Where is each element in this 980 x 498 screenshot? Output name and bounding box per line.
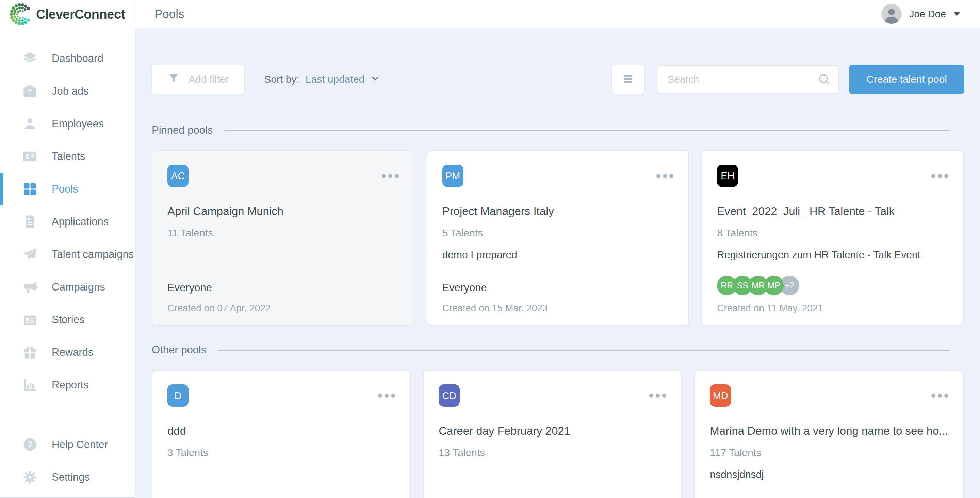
sidebar-item-label: Dashboard	[52, 53, 103, 65]
pool-talents-count: 13 Talents	[439, 447, 666, 458]
pool-card[interactable]: MD Marina Demo with a very long name to …	[694, 370, 964, 498]
sort-by: Sort by: Last updated	[264, 73, 381, 86]
pool-card[interactable]: AC April Campaign Munich 11 Talents Ever…	[152, 150, 414, 326]
sidebar: CleverConnect Dashboard Job ads Employee…	[0, 0, 135, 498]
sidebar-item-pools[interactable]: Pools	[0, 173, 135, 205]
pool-avatar: PM	[442, 165, 463, 187]
card-footer: RRSSMRMP+2 Created on 11 May. 2021	[717, 275, 948, 313]
pool-talents-count: 8 Talents	[717, 227, 948, 239]
card-actions	[649, 391, 666, 400]
create-talent-pool-button[interactable]: Create talent pool	[850, 65, 964, 94]
member-avatar: RR	[717, 275, 737, 295]
sidebar-item-job-ads[interactable]: Job ads	[0, 75, 135, 108]
add-filter-label: Add filter	[189, 73, 229, 85]
pool-created-date: Created on 15 Mar. 2023	[442, 303, 674, 313]
pool-description: nsdnsjdnsdj	[710, 469, 948, 481]
grid-icon	[22, 181, 38, 197]
layers-icon	[22, 50, 38, 67]
sidebar-item-help-center[interactable]: ? Help Center	[0, 428, 135, 461]
pool-visibility: Everyone	[442, 282, 674, 294]
chevron-down-icon	[370, 73, 381, 86]
list-view-toggle-button[interactable]	[612, 65, 644, 94]
sidebar-item-dashboard[interactable]: Dashboard	[0, 42, 135, 75]
user-menu[interactable]: Joe Doe	[881, 4, 960, 24]
sidebar-item-applications[interactable]: Applications	[0, 205, 135, 238]
sort-dropdown[interactable]: Last updated	[305, 73, 381, 86]
pool-title: Career day February 2021	[439, 425, 666, 438]
section-header: Other pools	[152, 342, 964, 358]
svg-text:?: ?	[27, 439, 33, 449]
pool-avatar: MD	[710, 384, 731, 407]
more-options-button[interactable]	[378, 391, 395, 400]
card-actions	[916, 172, 948, 180]
section-title: Other pools	[152, 344, 206, 356]
pool-description: Registrierungen zum HR Talente - Talk Ev…	[717, 249, 948, 261]
pool-created-date: Created on 11 May. 2021	[717, 303, 948, 313]
filter-icon	[167, 72, 180, 87]
brand-logo[interactable]: CleverConnect	[0, 0, 135, 29]
brand-logo-icon	[10, 3, 32, 25]
sidebar-item-label: Employees	[52, 118, 104, 130]
pool-visibility: Everyone	[167, 282, 399, 294]
card-actions	[367, 172, 399, 180]
sidebar-item-label: Talent campaigns	[52, 248, 134, 261]
section-header: Pinned pools	[152, 123, 964, 138]
search-input[interactable]	[657, 65, 839, 94]
sort-value: Last updated	[305, 73, 364, 85]
pool-title: Marina Demo with a very long name to see…	[710, 425, 948, 438]
list-view-icon	[621, 72, 635, 87]
sidebar-item-label: Pools	[52, 183, 78, 195]
sidebar-item-label: Settings	[52, 471, 90, 484]
sort-by-label: Sort by:	[264, 73, 299, 85]
briefcase-icon	[22, 83, 38, 99]
add-filter-button[interactable]: Add filter	[152, 65, 244, 94]
sidebar-item-label: Campaigns	[52, 281, 105, 293]
card-footer: Everyone Created on 07 Apr. 2022	[167, 282, 399, 313]
card-footer: Everyone Created on 15 Mar. 2023	[442, 282, 674, 313]
card-actions	[931, 391, 948, 400]
sidebar-item-stories[interactable]: Stories	[0, 304, 135, 336]
more-options-button[interactable]	[649, 391, 666, 400]
more-options-button[interactable]	[931, 391, 948, 400]
pool-avatar: AC	[167, 165, 189, 187]
pool-sections: Pinned pools AC April Campaign Munich 11…	[152, 123, 964, 498]
sidebar-item-campaigns[interactable]: Campaigns	[0, 271, 135, 304]
more-options-button[interactable]	[931, 172, 948, 180]
bar-chart-icon	[22, 377, 38, 393]
caret-down-icon	[953, 12, 960, 16]
pool-card[interactable]: D ddd 3 Talents	[152, 370, 411, 498]
document-icon	[22, 214, 38, 230]
sidebar-item-label: Applications	[52, 216, 108, 228]
sidebar-item-employees[interactable]: Employees	[0, 108, 135, 140]
page-title: Pools	[154, 7, 185, 21]
card-top: EH	[717, 165, 948, 187]
sidebar-footer-nav: ? Help Center Settings	[0, 428, 135, 497]
pool-section: Other pools D ddd 3 Talents CD	[152, 342, 964, 498]
user-avatar	[881, 4, 902, 24]
pool-avatar: D	[167, 384, 189, 407]
pool-title: April Campaign Munich	[167, 205, 399, 218]
pool-members: RRSSMRMP+2	[717, 275, 948, 295]
id-card-icon	[22, 148, 38, 165]
pool-card[interactable]: CD Career day February 2021 13 Talents	[423, 370, 682, 498]
pool-card[interactable]: EH Event_2022_Juli_ HR Talente - Talk 8 …	[701, 150, 964, 326]
toolbar-right: Create talent pool	[612, 65, 964, 94]
pool-talents-count: 117 Talents	[710, 447, 948, 458]
sidebar-nav: Dashboard Job ads Employees Talents Pool…	[0, 29, 135, 401]
sidebar-item-talent-campaigns[interactable]: Talent campaigns	[0, 238, 135, 271]
app-root: CleverConnect Dashboard Job ads Employee…	[0, 0, 980, 498]
sidebar-item-talents[interactable]: Talents	[0, 140, 135, 173]
more-options-button[interactable]	[656, 172, 673, 180]
sidebar-item-settings[interactable]: Settings	[0, 461, 135, 493]
card-top: MD	[710, 384, 948, 407]
pool-avatar: CD	[439, 384, 460, 407]
sidebar-item-label: Stories	[52, 313, 84, 326]
newspaper-icon	[22, 312, 38, 328]
pool-card[interactable]: PM Project Managers Italy 5 Talents demo…	[427, 150, 689, 326]
card-actions	[378, 391, 395, 400]
sidebar-item-label: Talents	[52, 150, 85, 162]
more-options-button[interactable]	[382, 172, 399, 180]
sidebar-item-reports[interactable]: Reports	[0, 369, 135, 401]
sidebar-item-rewards[interactable]: Rewards	[0, 336, 135, 369]
brand-name: CleverConnect	[36, 7, 125, 22]
